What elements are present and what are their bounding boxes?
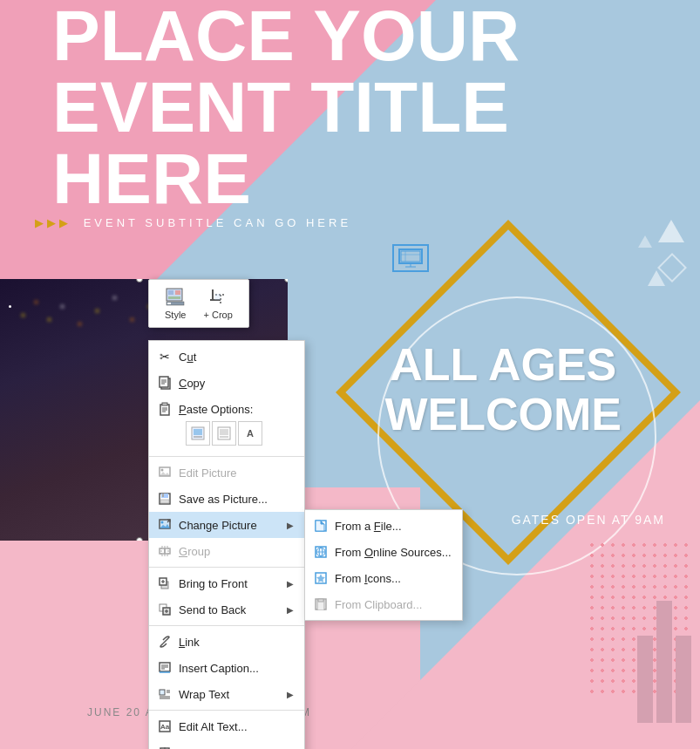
from-icons-icon <box>312 569 330 587</box>
separator-4 <box>149 710 304 711</box>
bar-1 <box>637 636 653 723</box>
svg-rect-29 <box>194 429 202 435</box>
paste-icon-btn-2[interactable] <box>212 421 236 446</box>
svg-rect-32 <box>220 429 228 435</box>
menu-item-send-back[interactable]: Send to Back ▶ <box>149 596 304 623</box>
cut-icon: ✂ <box>156 348 173 365</box>
context-menu: ✂ Cut Copy <box>148 340 305 749</box>
submenu-from-file[interactable]: From a File... <box>305 513 462 539</box>
from-file-label: From a File... <box>335 520 402 533</box>
send-back-arrow: ▶ <box>287 605 294 615</box>
svg-marker-45 <box>316 521 324 531</box>
alt-text-label: Edit Alt Text... <box>179 720 248 733</box>
event-title: PLACE YOUR EVENT TITLE HERE <box>52 0 520 214</box>
subtitle-arrows: ▶▶▶ <box>35 216 71 229</box>
save-picture-icon <box>156 490 173 507</box>
separator-1 <box>149 456 304 457</box>
menu-item-alt-text[interactable]: Aa Edit Alt Text... <box>149 713 304 739</box>
menu-item-link[interactable]: Link <box>149 629 304 655</box>
paste-icon-btn-3[interactable]: A <box>238 421 262 446</box>
crop-label: + Crop <box>203 310 232 320</box>
crop-icon <box>207 287 228 308</box>
from-clipboard-icon <box>312 596 330 613</box>
caption-icon <box>156 659 173 677</box>
cut-label: Cut <box>179 351 196 364</box>
paste-icon-btn-1[interactable] <box>186 421 210 446</box>
caption-label: Insert Caption... <box>179 662 259 675</box>
svg-marker-36 <box>160 472 170 476</box>
from-file-icon <box>312 517 330 535</box>
bring-front-label: Bring to Front <box>179 577 248 590</box>
svg-text:Aa: Aa <box>160 723 170 731</box>
menu-item-edit-picture: Edit Picture <box>149 460 304 486</box>
paste-icon <box>156 400 173 418</box>
svg-rect-17 <box>214 294 221 300</box>
svg-rect-55 <box>318 599 323 602</box>
subtitle-text: EVENT SUBTITLE CAN GO HERE <box>84 216 351 229</box>
alt-text-icon: Aa <box>156 718 173 735</box>
menu-item-cut[interactable]: ✂ Cut <box>149 344 304 370</box>
svg-rect-8 <box>168 290 173 295</box>
copy-icon <box>156 374 173 392</box>
svg-rect-39 <box>162 494 164 497</box>
menu-item-paste-options[interactable]: Paste Options: A <box>149 396 304 453</box>
title-line3: HERE <box>52 143 520 214</box>
link-label: Link <box>179 636 200 649</box>
submenu-from-online[interactable]: From Online Sources... <box>305 539 462 565</box>
bar-3 <box>676 636 691 723</box>
send-back-label: Send to Back <box>179 603 246 616</box>
deco-triangle-1 <box>658 220 684 242</box>
copy-label: Copy <box>179 377 205 390</box>
svg-marker-52 <box>316 574 325 582</box>
submenu-from-icons[interactable]: From Icons... <box>305 565 462 591</box>
title-line1: PLACE YOUR <box>52 0 520 71</box>
svg-point-35 <box>161 469 164 472</box>
save-picture-label: Save as Picture... <box>179 493 268 506</box>
lights <box>9 305 11 308</box>
link-icon <box>156 633 173 650</box>
bar-2 <box>656 601 672 723</box>
svg-rect-40 <box>160 500 169 503</box>
change-picture-arrow: ▶ <box>287 521 294 530</box>
separator-2 <box>149 567 304 568</box>
menu-item-wrap-text[interactable]: Wrap Text ▶ <box>149 681 304 707</box>
crop-button[interactable]: + Crop <box>194 283 241 323</box>
menu-item-size-position[interactable]: Size and Position... <box>149 739 304 749</box>
send-back-icon <box>156 601 173 618</box>
menu-item-change-picture[interactable]: Change Picture ▶ From a File... <box>149 512 304 538</box>
bring-front-arrow: ▶ <box>287 579 294 589</box>
gates-open-text: GATES OPEN AT 9AM <box>512 513 665 527</box>
svg-marker-43 <box>160 524 170 528</box>
from-online-label: From Online Sources... <box>335 546 452 559</box>
svg-rect-56 <box>160 548 165 554</box>
screen-icon <box>392 244 429 272</box>
menu-item-save-picture[interactable]: Save as Picture... <box>149 486 304 512</box>
svg-rect-57 <box>165 548 170 554</box>
menu-item-copy[interactable]: Copy <box>149 370 304 396</box>
all-ages-line1: ALL AGES <box>384 340 622 390</box>
submenu-from-clipboard: From Clipboard... <box>305 591 462 617</box>
change-picture-submenu: From a File... From Online Sources... <box>304 509 463 621</box>
menu-item-bring-front[interactable]: Bring to Front ▶ <box>149 570 304 596</box>
menu-item-caption[interactable]: Insert Caption... <box>149 655 304 681</box>
style-button[interactable]: Style <box>156 283 194 323</box>
svg-line-67 <box>163 640 167 643</box>
all-ages-text: ALL AGES WELCOME <box>384 340 622 439</box>
svg-rect-73 <box>160 690 165 695</box>
from-online-icon <box>312 543 330 561</box>
wrap-text-label: Wrap Text <box>179 688 229 701</box>
svg-rect-10 <box>168 296 180 299</box>
event-subtitle: ▶▶▶ EVENT SUBTITLE CAN GO HERE <box>35 216 351 229</box>
paste-text-icon: A <box>247 428 254 439</box>
svg-rect-12 <box>167 303 171 304</box>
menu-item-group: Group <box>149 538 304 564</box>
handle-bc[interactable] <box>136 537 143 541</box>
svg-rect-9 <box>175 290 180 295</box>
wrap-text-icon <box>156 685 173 703</box>
change-picture-label: Change Picture <box>179 519 257 532</box>
from-icons-label: From Icons... <box>335 572 401 585</box>
all-ages-line2: WELCOME <box>384 390 622 439</box>
style-label: Style <box>165 310 186 320</box>
change-picture-icon <box>156 516 173 534</box>
paste-options-label: Paste Options: <box>179 403 253 416</box>
